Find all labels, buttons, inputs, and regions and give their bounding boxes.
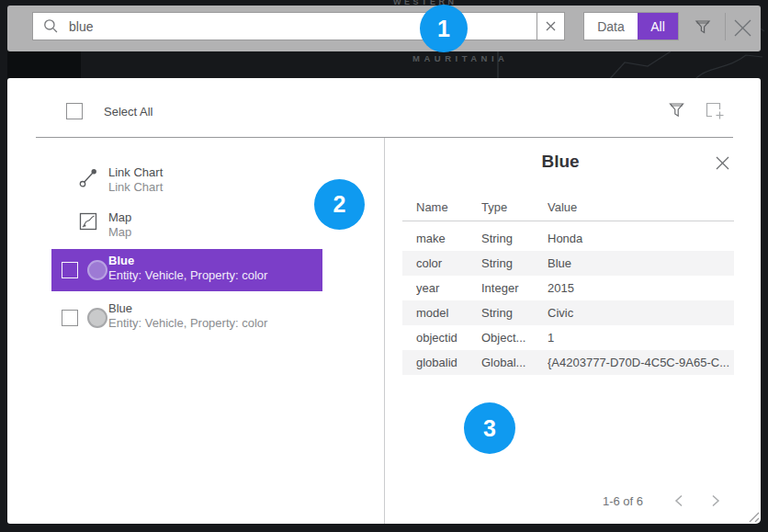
attr-value: 2015 [548, 276, 734, 300]
attr-type: Integer [481, 276, 548, 300]
result-title: Blue [108, 301, 132, 315]
result-subtitle: Entity: Vehicle, Property: color [108, 316, 267, 330]
filter-button[interactable] [693, 17, 713, 40]
attr-type: String [481, 251, 548, 276]
resize-grip-icon [748, 511, 760, 523]
close-search-button[interactable] [732, 17, 753, 42]
attr-name: globalid [416, 350, 481, 375]
attr-name: objectid [416, 325, 481, 350]
scope-all-button[interactable]: All [638, 13, 678, 40]
column-header-type: Type [481, 200, 548, 214]
attr-type: String [481, 300, 548, 325]
annotation-callout-1: 1 [420, 5, 468, 52]
results-filter-button[interactable] [668, 101, 685, 123]
close-icon [715, 155, 730, 171]
column-header-name: Name [416, 200, 481, 214]
attributes-table: Name Type Value make String Honda color … [402, 194, 734, 375]
result-row-blue-selected[interactable]: Blue Entity: Vehicle, Property: color [51, 249, 322, 291]
toolbar-divider [725, 13, 726, 40]
column-header-value: Value [548, 200, 734, 214]
result-title[interactable]: Link Chart [108, 165, 163, 179]
table-row: objectid Object... 1 [402, 325, 734, 350]
pagination-label: 1-6 of 6 [572, 494, 673, 508]
details-title: Blue [487, 152, 634, 172]
select-all-label: Select All [104, 105, 152, 119]
attr-value: Blue [548, 251, 734, 276]
filter-icon [693, 17, 713, 37]
chevron-right-icon [711, 494, 720, 507]
pagination-prev-button[interactable] [672, 493, 686, 508]
attr-type: Global... [481, 350, 548, 375]
clear-icon [545, 20, 557, 32]
result-row-blue[interactable]: Blue Entity: Vehicle, Property: color [51, 297, 322, 339]
result-checkbox[interactable] [62, 310, 78, 326]
table-row: model String Civic [402, 300, 734, 325]
search-field[interactable] [32, 12, 565, 40]
map-landmass-shape [7, 51, 81, 78]
attr-value: Civic [548, 300, 734, 325]
link-chart-icon [78, 166, 99, 189]
search-results-panel: Select All Link Chart [7, 78, 761, 524]
table-row: globalid Global... {A4203777-D70D-4C5C-9… [402, 350, 734, 375]
table-row: color String Blue [402, 251, 734, 276]
attr-name: model [416, 300, 481, 325]
entity-circle-icon [87, 308, 107, 328]
result-subtitle: Map [108, 225, 131, 239]
list-details-divider [384, 138, 385, 524]
attr-type: Object... [481, 325, 548, 350]
details-close-button[interactable] [715, 155, 730, 175]
result-checkbox[interactable] [62, 262, 78, 278]
attr-name: make [416, 226, 481, 251]
pagination-next-button[interactable] [708, 493, 723, 508]
table-row: year Integer 2015 [402, 276, 734, 300]
select-all-checkbox[interactable] [66, 103, 83, 119]
map-label-mauritania: MAURITANIA [412, 53, 508, 63]
attr-value: {A4203777-D70D-4C5C-9A65-C... [548, 350, 734, 375]
app-screen: WESTERN MAURITANIA Data [0, 0, 768, 532]
annotation-callout-3: 3 [464, 402, 515, 454]
result-title: Blue [108, 254, 134, 267]
attr-type: String [481, 226, 548, 251]
scope-data-button[interactable]: Data [584, 13, 638, 40]
annotation-callout-2: 2 [314, 179, 365, 230]
entity-circle-icon [87, 260, 107, 280]
chevron-left-icon [674, 494, 683, 507]
result-subtitle: Link Chart [108, 180, 163, 194]
panel-resize-handle[interactable] [748, 510, 760, 526]
clear-search-button[interactable] [536, 13, 564, 40]
search-scope-toggle: Data All [583, 12, 679, 40]
result-title[interactable]: Map [108, 210, 131, 224]
filter-icon [668, 101, 685, 119]
search-toolbar: Data All [7, 6, 761, 51]
add-to-selection-icon [706, 102, 727, 120]
attr-value: Honda [548, 226, 734, 251]
close-icon [732, 17, 753, 39]
table-row: make String Honda [402, 226, 734, 251]
map-icon [79, 212, 97, 231]
attr-value: 1 [548, 325, 734, 350]
attr-name: color [416, 251, 481, 276]
result-subtitle: Entity: Vehicle, Property: color [108, 268, 267, 282]
attr-name: year [416, 276, 481, 300]
attributes-table-header: Name Type Value [402, 194, 734, 221]
add-to-selection-button[interactable] [706, 102, 727, 124]
search-icon [43, 18, 59, 34]
